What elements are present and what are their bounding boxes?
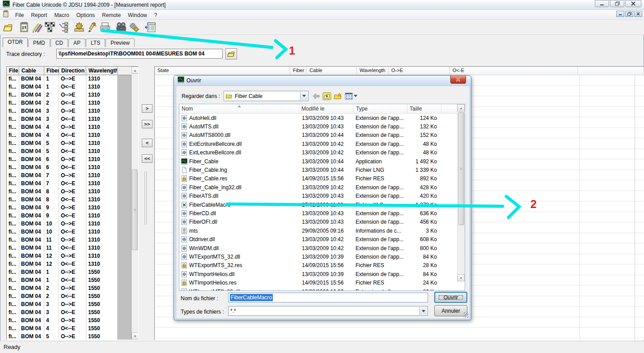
file-row[interactable]: WTImportHelios.dll13/03/2009 10:39Extens… xyxy=(179,270,458,278)
file-row[interactable]: Fiber_Cable_lng32.dll13/03/2009 10:42Ext… xyxy=(179,183,458,191)
file-list-scrollbar[interactable]: ▲ ≡ ▼ xyxy=(457,104,465,281)
measurement-setup-button[interactable] xyxy=(17,21,30,34)
open-button[interactable]: Ouvrir xyxy=(434,292,467,303)
file-row[interactable]: FiberCD.dll13/03/2009 10:43Extension de … xyxy=(179,209,458,217)
file-row[interactable]: FiberCableMacro27/02/2009 11:09Fichier X… xyxy=(179,200,458,209)
file-name-input[interactable]: FiberCableMacro xyxy=(228,293,428,302)
table-row[interactable]: fi...BOM 047O<--E1310 xyxy=(7,180,125,188)
file-row[interactable]: WTExportMTS_32.res14/09/2015 15:56Fichie… xyxy=(179,261,458,270)
menu-item-macro[interactable]: Macro xyxy=(51,11,72,19)
tab-pmd[interactable]: PMD xyxy=(28,38,50,47)
table-row[interactable]: fi...BOM 044O<--E1310 xyxy=(7,132,125,140)
file-row[interactable]: ExtLectureBellcore.dll13/03/2009 10:42Ex… xyxy=(179,149,458,157)
minimize-button[interactable] xyxy=(595,0,609,7)
table-row[interactable]: fi...BOM 0412O-->E1310 xyxy=(7,252,125,260)
table-row[interactable]: fi...BOM 043O<--E1310 xyxy=(7,115,125,123)
document-icon[interactable] xyxy=(3,10,9,19)
table-row[interactable]: fi...BOM 0410O-->E1310 xyxy=(7,220,125,228)
table-row[interactable]: fi...BOM 046O-->E1310 xyxy=(7,156,125,164)
settings-gears-button[interactable] xyxy=(127,21,140,34)
file-list-column-header[interactable]: Type xyxy=(354,104,407,113)
open-folder-button[interactable] xyxy=(1,21,14,34)
table-row[interactable]: fi...BOM 042O<--E1550 xyxy=(7,293,125,301)
file-type-combobox[interactable]: *.* xyxy=(228,306,428,316)
table-row[interactable]: fi...BOM 044O<--E1550 xyxy=(7,325,125,333)
mdi-minimize-button[interactable] xyxy=(616,11,624,17)
mdi-restore-button[interactable] xyxy=(625,11,633,17)
scroll-up-button[interactable]: ▲ xyxy=(131,67,139,74)
file-list-column-header[interactable]: Taille xyxy=(407,104,441,113)
menu-item-window[interactable]: Window xyxy=(124,11,151,19)
sequence-tree-button[interactable] xyxy=(56,21,69,34)
scroll-up-button[interactable]: ▲ xyxy=(458,104,465,111)
move-all-right-button[interactable]: >> xyxy=(142,120,153,128)
restore-button[interactable] xyxy=(610,0,624,7)
results-column-header[interactable]: State xyxy=(155,67,290,75)
build-tools-button[interactable] xyxy=(72,21,85,34)
table-row[interactable]: fi...BOM 043O-->E1550 xyxy=(7,301,125,309)
table-row[interactable]: fi...BOM 042O-->E1550 xyxy=(7,285,125,293)
tab-otdr[interactable]: OTDR xyxy=(3,38,28,47)
macro-pen-button[interactable] xyxy=(85,21,98,34)
table-row[interactable]: fi...BOM 046O<--E1310 xyxy=(7,164,125,172)
move-all-left-button[interactable]: << xyxy=(142,154,153,163)
results-column-header[interactable]: Wavelength xyxy=(357,67,389,75)
scroll-thumb[interactable]: ≡ xyxy=(132,170,138,250)
results-column-header[interactable]: O<-E xyxy=(450,67,578,75)
file-row[interactable]: WTExportMTS_32.dll13/03/2009 10:39Extens… xyxy=(179,252,458,261)
table-row[interactable]: fi...BOM 049O<--E1310 xyxy=(7,212,125,220)
table-row[interactable]: fi...BOM 041O<--E1310 xyxy=(7,83,125,91)
tab-ap[interactable]: AP xyxy=(68,38,85,47)
back-icon[interactable] xyxy=(311,91,321,101)
file-row[interactable]: Fiber_Cable.lng13/03/2009 10:44Fichier L… xyxy=(179,166,458,174)
left-column-header[interactable]: Direction xyxy=(59,67,86,75)
table-row[interactable]: fi...BOM 042O-->E1310 xyxy=(7,91,125,99)
table-row[interactable]: fi...BOM 043O-->E1310 xyxy=(7,107,125,115)
file-row[interactable]: Fiber_Cable.res14/09/2015 15:56Fichier R… xyxy=(179,174,458,183)
close-button[interactable] xyxy=(625,0,641,7)
file-row[interactable]: WTImportMTS_32.dll13/03/2009 10:39Extens… xyxy=(179,287,458,291)
trace-directory-input[interactable] xyxy=(56,49,223,59)
scroll-down-button[interactable]: ▼ xyxy=(131,332,139,340)
table-row[interactable]: fi...BOM 041O-->E1550 xyxy=(7,268,125,276)
table-row[interactable]: fi...BOM 0410O<--E1310 xyxy=(7,228,125,236)
file-row[interactable]: Otdriver.dll13/03/2009 10:42Extension de… xyxy=(179,235,458,243)
remote-viewer-button[interactable] xyxy=(114,21,127,34)
file-list-column-header[interactable]: Modifié le xyxy=(299,104,354,113)
table-row[interactable]: fi...BOM 043O<--E1550 xyxy=(7,309,125,317)
left-column-header[interactable]: Fiber xyxy=(44,67,59,75)
cancel-button[interactable]: Annuler xyxy=(434,305,467,316)
file-list-column-header[interactable]: Nom xyxy=(179,104,299,113)
scroll-thumb[interactable]: ≡ xyxy=(458,112,464,225)
move-right-button[interactable]: > xyxy=(142,104,153,113)
file-row[interactable]: AutoMTS.dll13/03/2009 10:43Extension de … xyxy=(179,122,458,131)
combo-dropdown-button[interactable] xyxy=(300,92,308,100)
file-row[interactable]: WinWDM.dll13/03/2009 10:42Extension de l… xyxy=(179,244,458,252)
tab-preview[interactable]: Preview xyxy=(106,38,135,47)
results-column-header[interactable]: Fiber xyxy=(290,67,307,75)
move-left-button[interactable]: < xyxy=(142,139,153,147)
table-row[interactable]: fi...BOM 045O-->E1550 xyxy=(7,333,125,340)
view-menu-icon[interactable] xyxy=(344,91,358,101)
table-row[interactable]: fi...BOM 0411O<--E1310 xyxy=(7,244,125,252)
left-column-header[interactable]: Cable xyxy=(19,67,44,75)
combo-dropdown-button[interactable] xyxy=(419,307,427,315)
table-row[interactable]: fi...BOM 044O-->E1310 xyxy=(7,123,125,132)
resize-grip[interactable] xyxy=(463,312,469,318)
table-row[interactable]: fi...BOM 0412O<--E1310 xyxy=(7,260,125,268)
menu-item-remote[interactable]: Remote xyxy=(98,11,124,19)
file-row[interactable]: ExtEcritureBellcore.dll13/03/2009 10:42E… xyxy=(179,140,458,148)
tab-lts[interactable]: LTS xyxy=(86,38,105,47)
table-row[interactable]: fi...BOM 049O-->E1310 xyxy=(7,204,125,212)
file-row[interactable]: FiberOFI.dll13/03/2009 10:43Extension de… xyxy=(179,218,458,226)
table-row[interactable]: fi...BOM 045O<--E1310 xyxy=(7,148,125,156)
menu-item-options[interactable]: Options xyxy=(73,11,98,19)
tab-cd[interactable]: CD xyxy=(51,38,68,47)
file-row[interactable]: mts29/09/2005 09:16Informations de c...3… xyxy=(179,226,458,235)
table-row[interactable]: fi...BOM 048O-->E1310 xyxy=(7,188,125,196)
print-button[interactable] xyxy=(98,21,111,34)
report-table-button[interactable] xyxy=(144,21,157,34)
scroll-down-button[interactable]: ▼ xyxy=(458,274,465,281)
table-row[interactable]: fi...BOM 045O-->E1310 xyxy=(7,140,125,148)
dialog-close-button[interactable] xyxy=(450,76,466,84)
